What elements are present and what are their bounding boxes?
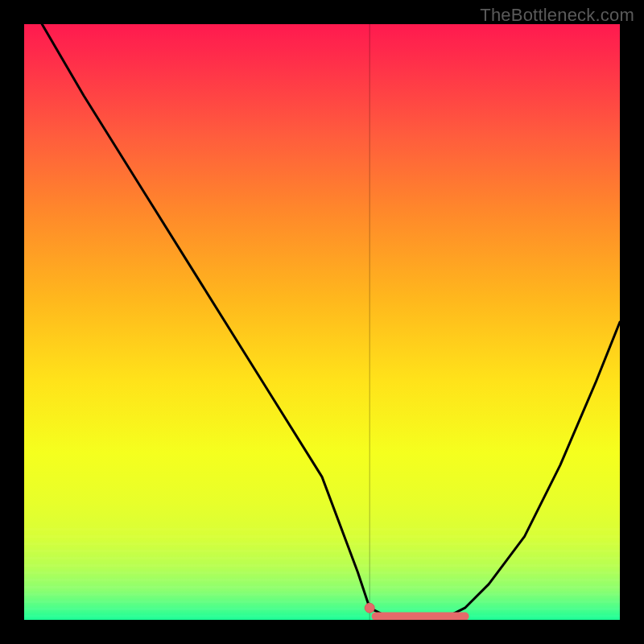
watermark-text: TheBottleneck.com bbox=[480, 5, 634, 26]
plot-area bbox=[24, 24, 620, 620]
curve-layer bbox=[24, 24, 620, 620]
chart-frame: TheBottleneck.com bbox=[0, 0, 644, 644]
bottleneck-curve-path bbox=[42, 24, 620, 620]
start-dot-marker bbox=[365, 603, 374, 613]
